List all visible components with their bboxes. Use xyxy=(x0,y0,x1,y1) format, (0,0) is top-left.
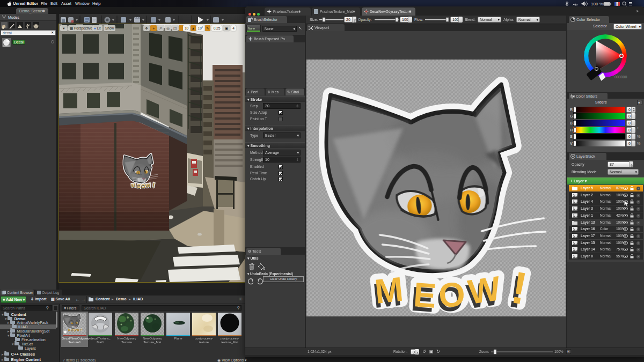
svg-text:100 %: 100 % xyxy=(591,2,603,6)
